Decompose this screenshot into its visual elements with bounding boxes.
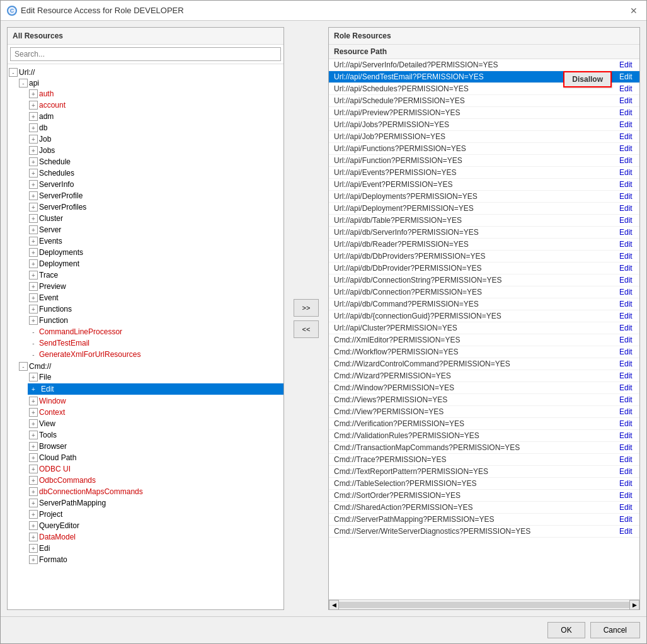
edit-link[interactable]: Edit (619, 312, 633, 320)
tree-label-browser[interactable]: + Browser (28, 441, 283, 451)
tree-label-edit[interactable]: + Edit (28, 383, 283, 395)
tree-label-odbccommands[interactable]: + OdbcCommands (28, 475, 283, 485)
add-button[interactable]: >> (294, 299, 319, 317)
cancel-button[interactable]: Cancel (590, 622, 640, 638)
tree-label-jobs[interactable]: + Jobs (28, 145, 283, 155)
edit-link[interactable]: Edit (619, 96, 633, 105)
tree-label-deployments[interactable]: + Deployments (28, 247, 283, 257)
tree-label-functions[interactable]: + Functions (28, 304, 283, 314)
tree-label-formato[interactable]: + Formato (28, 555, 283, 565)
edit-link[interactable]: Edit (619, 407, 633, 416)
remove-button[interactable]: << (294, 320, 319, 338)
scroll-track[interactable] (339, 602, 629, 608)
tree-label-serverpathmapping[interactable]: + ServerPathMapping (28, 498, 283, 508)
tree-label-api[interactable]: - api (18, 78, 283, 88)
tree-label-serverinfo[interactable]: + ServerInfo (28, 179, 283, 189)
edit-link[interactable]: Edit (619, 479, 633, 488)
edit-link[interactable]: Edit (619, 431, 633, 440)
edit-link[interactable]: Edit (619, 168, 633, 177)
tree-label-serverprofile[interactable]: + ServerProfile (28, 191, 283, 201)
tree-label-view[interactable]: + View (28, 419, 283, 429)
close-button[interactable]: ✕ (627, 4, 640, 17)
edit-link[interactable]: Edit (619, 180, 633, 189)
edit-link[interactable]: Edit (619, 156, 633, 165)
tree-label-schedules[interactable]: + Schedules (28, 168, 283, 178)
tree-label-auth[interactable]: + auth (28, 89, 283, 99)
edit-link[interactable]: Edit (619, 324, 633, 332)
edit-link[interactable]: Edit (619, 503, 633, 512)
edit-link[interactable]: Edit (619, 72, 633, 81)
edit-link[interactable]: Edit (619, 395, 633, 404)
edit-link[interactable]: Edit (619, 515, 633, 524)
tree-label-odbcui[interactable]: + ODBC UI (28, 464, 283, 474)
edit-link[interactable]: Edit (619, 443, 633, 452)
edit-link[interactable]: Edit (619, 359, 633, 368)
tree-label-queryeditor[interactable]: + QueryEditor (28, 521, 283, 531)
edit-link[interactable]: Edit (619, 371, 633, 380)
expand-icon-browser: + (29, 442, 38, 451)
edit-link[interactable]: Edit (619, 276, 633, 285)
tree-label-events[interactable]: + Events (28, 236, 283, 246)
ok-button[interactable]: OK (547, 622, 585, 638)
edit-link[interactable]: Edit (619, 240, 633, 249)
tree-label-job[interactable]: + Job (28, 134, 283, 144)
tree-container: - Url:// - api (8, 64, 283, 609)
edit-link[interactable]: Edit (619, 204, 633, 213)
dialog: Edit Resource Access for Role DEVELOPER … (0, 0, 647, 644)
edit-link[interactable]: Edit (619, 467, 633, 476)
edit-link[interactable]: Edit (619, 60, 633, 69)
tree-label-serverprofiles[interactable]: + ServerProfiles (28, 202, 283, 212)
tree-label-account[interactable]: + account (28, 100, 283, 110)
edit-link[interactable]: Edit (619, 228, 633, 237)
tree-label-server[interactable]: + Server (28, 225, 283, 235)
tree-label-cluster[interactable]: + Cluster (28, 213, 283, 223)
edit-link[interactable]: Edit (619, 84, 633, 93)
edit-link[interactable]: Edit (619, 455, 633, 464)
edit-link[interactable]: Edit (619, 527, 633, 536)
tree-label-cloudpath[interactable]: + Cloud Path (28, 453, 283, 463)
tree-label-schedule[interactable]: + Schedule (28, 157, 283, 167)
tree-label-event[interactable]: + Event (28, 293, 283, 303)
edit-link[interactable]: Edit (619, 419, 633, 428)
edit-link[interactable]: Edit (619, 347, 633, 356)
tree-label-deployment[interactable]: + Deployment (28, 259, 283, 269)
tree-label-tools[interactable]: + Tools (28, 430, 283, 440)
edit-link[interactable]: Edit (619, 216, 633, 225)
edit-link[interactable]: Edit (619, 252, 633, 261)
tree-label-file[interactable]: + File (28, 372, 283, 382)
search-input[interactable] (10, 47, 281, 61)
edit-link[interactable]: Edit (619, 288, 633, 297)
tree-label-cmd[interactable]: - Cmd:// (18, 361, 283, 371)
tree-label-generatexmlforurlresources[interactable]: - GenerateXmlForUrlResources (28, 349, 283, 359)
tree-label-window[interactable]: + Window (28, 396, 283, 406)
tree-label-adm[interactable]: + adm (28, 111, 283, 121)
tree-label-dbconnectionmapscommands[interactable]: + dbConnectionMapsCommands (28, 487, 283, 497)
edit-link[interactable]: Edit (619, 264, 633, 273)
edit-link[interactable]: Edit (619, 192, 633, 201)
tree-label-function[interactable]: + Function (28, 315, 283, 325)
edit-link[interactable]: Edit (619, 144, 633, 153)
tree-label-datamodel[interactable]: + DataModel (28, 532, 283, 542)
edit-link[interactable]: Edit (619, 491, 633, 500)
edit-link[interactable]: Edit (619, 108, 633, 117)
edit-link[interactable]: Edit (619, 120, 633, 129)
scroll-right-button[interactable]: ▶ (629, 600, 639, 610)
horizontal-scrollbar[interactable]: ◀ ▶ (329, 599, 639, 609)
tree-label-db[interactable]: + db (28, 123, 283, 133)
tree-label-project[interactable]: + Project (28, 509, 283, 519)
edit-link[interactable]: Edit (619, 383, 633, 392)
edit-link[interactable]: Edit (619, 132, 633, 141)
tree-label-context[interactable]: + Context (28, 407, 283, 417)
tree-label-edi[interactable]: + Edi (28, 543, 283, 553)
table-row: Cmd://View?PERMISSION=YESEdit (329, 406, 639, 418)
tree-label-url[interactable]: - Url:// (8, 67, 283, 77)
edit-link[interactable]: Edit (619, 336, 633, 344)
scroll-left-button[interactable]: ◀ (329, 600, 339, 610)
tree-label-trace[interactable]: + Trace (28, 270, 283, 280)
edit-link[interactable]: Edit (619, 300, 633, 308)
resource-table-scroll[interactable]: Resource Path Url://api/ServerInfo/Detai… (329, 45, 639, 599)
tree-label-preview[interactable]: + Preview (28, 281, 283, 291)
disallow-button[interactable]: Disallow (563, 71, 612, 88)
tree-label-commandlineprocessor[interactable]: - CommandLineProcessor (28, 327, 283, 337)
tree-label-sendtestemail[interactable]: - SendTestEmail (28, 338, 283, 348)
